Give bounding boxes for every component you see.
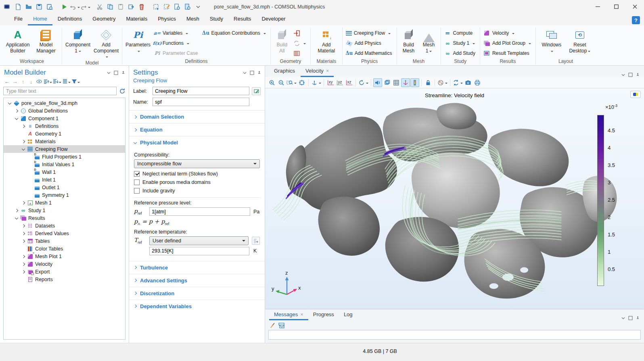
tree-item-component-1[interactable]: Component 1: [4, 115, 125, 122]
email-report-icon[interactable]: [278, 322, 284, 328]
reset-desktop-button[interactable]: ⟲ Reset Desktop: [566, 27, 594, 54]
add-physics-button[interactable]: Add Physics: [345, 39, 395, 48]
build-mesh-button[interactable]: BuildMesh: [399, 27, 418, 54]
tree-item-derived-values[interactable]: 8.85e-12Derived Values: [4, 230, 125, 237]
tree-item-geometry-1[interactable]: AGeometry 1: [4, 130, 125, 138]
section-discretization[interactable]: Discretization: [129, 287, 265, 300]
menu-definitions[interactable]: Definitions: [52, 14, 88, 25]
model-manager-button[interactable]: ModelManager: [32, 27, 60, 54]
tree-item-export[interactable]: Export: [4, 268, 125, 275]
tab-graphics[interactable]: Graphics: [269, 66, 300, 77]
compressibility-select[interactable]: Incompressible flow: [134, 159, 260, 168]
add-material-button[interactable]: ↓ AddMaterial: [313, 27, 340, 54]
select-box-icon[interactable]: [151, 2, 161, 12]
import-geometry-button[interactable]: [292, 29, 308, 38]
float-panel-icon[interactable]: [628, 73, 633, 77]
menu-physics[interactable]: Physics: [153, 14, 181, 25]
open-file-icon[interactable]: [23, 2, 34, 12]
brush-select-icon[interactable]: [161, 2, 172, 12]
customize-toolbar-icon[interactable]: [193, 2, 203, 12]
ref-temperature-select[interactable]: User defined: [149, 236, 249, 245]
section-dependent-variables[interactable]: Dependent Variables: [129, 300, 265, 313]
show-icon[interactable]: [36, 78, 43, 85]
tree-item-color-tables[interactable]: Color Tables: [4, 245, 125, 252]
zoom-out-icon[interactable]: [277, 78, 286, 87]
preview-icon[interactable]: [172, 2, 182, 12]
go-to-default-view-icon[interactable]: [311, 78, 322, 87]
section-physical-model[interactable]: Physical Model: [129, 136, 265, 149]
functions-button[interactable]: f(x)Functions: [153, 39, 200, 48]
menu-study[interactable]: Study: [205, 14, 228, 25]
component-1-button[interactable]: Component 1: [64, 27, 92, 54]
parameters-button[interactable]: Pi Parameters: [124, 27, 152, 54]
collapse-all-icon[interactable]: [44, 78, 52, 85]
variables-button[interactable]: a=Variables: [153, 29, 200, 38]
compute-button[interactable]: =Compute: [443, 29, 478, 38]
gravity-checkbox[interactable]: [134, 188, 140, 194]
paste-icon[interactable]: [115, 2, 126, 12]
tree-item-root[interactable]: pore_scale_flow_3d.mph: [4, 99, 125, 107]
tab-velocity[interactable]: Velocity×: [301, 66, 334, 77]
rename-button[interactable]: [252, 87, 261, 95]
expand-all-icon[interactable]: [53, 78, 61, 85]
equation-contributions-button[interactable]: ΔuEquation Contributions: [201, 29, 268, 38]
physics-interface-button[interactable]: Creeping Flow: [345, 29, 395, 38]
tree-item-reports[interactable]: Reports: [4, 275, 125, 283]
refresh-icon[interactable]: [119, 88, 125, 94]
tree-item-datasets[interactable]: Datasets: [4, 222, 125, 230]
tree-item-fluid-properties-1[interactable]: Fluid Properties 1: [4, 153, 125, 161]
tree-item-symmetry-1[interactable]: Symmetry 1: [4, 191, 125, 199]
scene-light-icon[interactable]: [383, 78, 391, 87]
update-plot-icon[interactable]: [452, 78, 463, 87]
messages-output[interactable]: [268, 330, 641, 340]
porous-media-checkbox[interactable]: [134, 179, 140, 185]
pin-panel-icon[interactable]: [636, 316, 640, 320]
zoom-extents-icon[interactable]: [297, 78, 306, 87]
ref-temperature-input[interactable]: [149, 247, 249, 255]
clear-messages-icon[interactable]: [269, 322, 275, 328]
panel-menu-icon[interactable]: [243, 71, 247, 75]
edit-list-button[interactable]: [252, 237, 260, 245]
mesh-1-button[interactable]: Mesh 1: [419, 27, 439, 54]
new-file-icon[interactable]: [13, 2, 23, 12]
menu-home[interactable]: Home: [28, 14, 52, 25]
view-xz-icon[interactable]: xz: [345, 78, 353, 87]
zoom-in-icon[interactable]: [268, 78, 276, 87]
menu-file[interactable]: File: [9, 14, 28, 25]
lock-view-icon[interactable]: [424, 78, 433, 87]
view-yz-icon[interactable]: yz: [335, 78, 344, 87]
model-tree-nodes-icon[interactable]: [62, 78, 71, 85]
show-color-legend-icon[interactable]: [410, 78, 419, 87]
menu-developer[interactable]: Developer: [256, 14, 291, 25]
panel-menu-icon[interactable]: [107, 71, 111, 75]
tree-item-initial-values-1[interactable]: Initial Values 1: [4, 161, 125, 168]
close-tab-icon[interactable]: ×: [326, 68, 329, 74]
rotate-view-icon[interactable]: [358, 78, 369, 87]
tree-item-mesh-plot-1[interactable]: Mesh Plot 1: [4, 252, 125, 260]
show-orientation-icon[interactable]: [401, 78, 410, 87]
menu-materials[interactable]: Materials: [121, 14, 153, 25]
pin-panel-icon[interactable]: [636, 73, 640, 77]
maximize-button[interactable]: [607, 0, 625, 13]
filter-icon[interactable]: [71, 78, 80, 85]
stokes-flow-checkbox[interactable]: [134, 171, 140, 177]
gravity-checkbox-row[interactable]: Include gravity: [134, 188, 260, 194]
graphics-canvas[interactable]: Streamline: Velocity field ×10-3 4.5 4 3…: [265, 88, 644, 309]
print-icon[interactable]: [473, 78, 482, 87]
tree-item-velocity[interactable]: Velocity: [4, 260, 125, 268]
virtual-operations-button[interactable]: [292, 49, 308, 58]
add-plot-group-button[interactable]: Add Plot Group: [482, 39, 533, 48]
menu-results[interactable]: Results: [228, 14, 256, 25]
add-study-button[interactable]: ∞Add Study: [443, 49, 478, 58]
close-button[interactable]: [625, 0, 644, 13]
tree-item-inlet-1[interactable]: Inlet 1: [4, 176, 125, 184]
add-mathematics-button[interactable]: ΔuAdd Mathematics: [345, 49, 395, 58]
tab-log[interactable]: Log: [339, 310, 358, 320]
help-button[interactable]: ?: [632, 16, 640, 24]
close-tab-icon[interactable]: ×: [300, 311, 303, 317]
pin-panel-icon[interactable]: [121, 71, 125, 75]
porous-media-checkbox-row[interactable]: Enable porous media domains: [134, 179, 260, 185]
tree-item-mesh-1[interactable]: Mesh 1: [4, 199, 125, 207]
move-up-icon[interactable]: ↑: [19, 78, 27, 85]
add-component-button[interactable]: Add Component: [92, 27, 120, 60]
